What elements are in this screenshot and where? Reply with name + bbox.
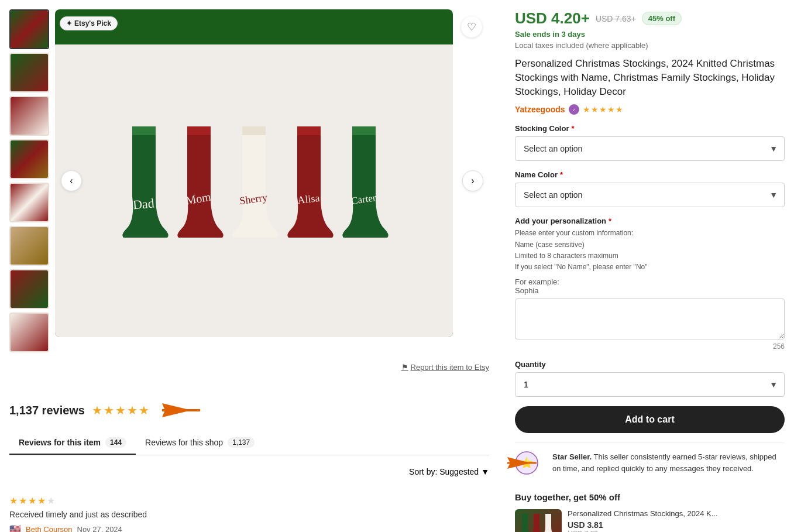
price-original: USD 7.63+ [596, 14, 636, 23]
bt-stocking-3 [543, 514, 554, 532]
review-text: Received timely and just as described [9, 510, 489, 519]
price-current: USD 4.20+ [515, 9, 590, 28]
shop-star-1: ★ [583, 105, 590, 114]
shop-star-5: ★ [616, 105, 623, 114]
reviews-section: 1,137 reviews ★ ★ ★ ★ ★ Reviews for this… [9, 399, 489, 532]
reviews-tabs: Reviews for this item 144 Reviews for th… [9, 431, 489, 455]
quantity-section: Quantity 1 2 3 ▼ [515, 360, 785, 397]
shop-star-2: ★ [591, 105, 599, 114]
buy-together-title: Buy together, get 50% off [515, 492, 785, 502]
etsy-pick-label: Etsy's Pick [74, 19, 111, 28]
required-indicator-color: * [571, 124, 574, 133]
name-color-select[interactable]: Select an option [515, 183, 785, 207]
bt-stocking-2 [531, 514, 542, 532]
thumbnail-2[interactable] [9, 53, 49, 92]
review-date: Nov 27, 2024 [77, 525, 122, 532]
tab-reviews-shop[interactable]: Reviews for this shop 1,137 [136, 431, 264, 455]
required-indicator-name: * [560, 170, 563, 179]
stocking-color-field: Stocking Color * Select an option ▼ [515, 124, 785, 161]
personalization-section: Add your personalization * Please enter … [515, 217, 785, 351]
svg-text:Dad: Dad [132, 195, 155, 212]
heart-icon: ♡ [467, 20, 476, 33]
quantity-select-wrapper: 1 2 3 ▼ [515, 372, 785, 397]
star-4: ★ [127, 403, 138, 417]
stocking-color-select[interactable]: Select an option [515, 136, 785, 161]
buy-together-info: Personalized Christmas Stockings, 2024 K… [568, 509, 785, 532]
thumbnail-5[interactable] [9, 183, 49, 222]
report-link[interactable]: ⚑ Report this item to Etsy [401, 363, 489, 372]
name-color-label: Name Color * [515, 170, 785, 179]
reviewer-row: 🇺🇸 Beth Courson Nov 27, 2024 [9, 524, 489, 532]
shop-name[interactable]: Yatzeegoods [515, 105, 565, 114]
discount-badge: 45% off [642, 12, 682, 25]
tax-text: Local taxes included (where applicable) [515, 41, 785, 50]
stocking-color-select-wrapper: Select an option ▼ [515, 136, 785, 161]
buy-together-row: This listing 2 1 [515, 509, 785, 532]
shop-badge: ✓ [569, 104, 579, 115]
example-label: For example: Sophia [515, 277, 785, 295]
tab-shop-label: Reviews for this shop [145, 438, 223, 447]
thumbnail-7[interactable] [9, 269, 49, 309]
review-star-3: ★ [28, 495, 36, 506]
sale-text: Sale ends in 3 days [515, 30, 785, 39]
quantity-select[interactable]: 1 2 3 [515, 372, 785, 397]
etsy-pick-badge: ✦ Etsy's Pick [60, 16, 118, 30]
reviews-count: 1,137 reviews [9, 404, 85, 417]
stocking-dark-green-2: Carter [338, 126, 390, 238]
next-image-button[interactable]: › [462, 170, 483, 191]
personalization-input[interactable] [515, 298, 785, 339]
star-5: ★ [139, 403, 149, 417]
reviews-count-row: 1,137 reviews ★ ★ ★ ★ ★ [9, 399, 489, 422]
tab-item-label: Reviews for this item [19, 438, 101, 447]
thumbnail-list [9, 9, 49, 352]
main-image-container: Dad Mom Sh [55, 9, 489, 352]
bt-stocking-1 [520, 514, 530, 532]
buy-together-image[interactable]: This listing 2 1 [515, 509, 562, 532]
reviewer-flag-icon: 🇺🇸 [9, 524, 21, 532]
right-panel: USD 4.20+ USD 7.63+ 45% off Sale ends in… [503, 9, 785, 532]
review-star-1: ★ [9, 495, 18, 506]
reviewer-name[interactable]: Beth Courson [26, 525, 73, 532]
thumbnail-6[interactable] [9, 226, 49, 266]
prev-image-button[interactable]: ‹ [61, 170, 82, 191]
shop-verified-icon: ✓ [571, 107, 577, 112]
star-3: ★ [115, 403, 126, 417]
tab-item-count: 144 [105, 437, 126, 448]
star-2: ★ [104, 403, 114, 417]
sort-row: Sort by: Suggested ▼ [9, 467, 489, 476]
stockings-display: Dad Mom Sh [118, 109, 390, 238]
shop-row: Yatzeegoods ✓ ★ ★ ★ ★ ★ [515, 104, 785, 115]
sort-dropdown-icon: ▼ [481, 467, 489, 476]
personalization-label: Add your personalization * [515, 217, 785, 225]
thumbnail-1[interactable] [9, 9, 49, 49]
review-star-2: ★ [19, 495, 27, 506]
quantity-label: Quantity [515, 360, 785, 369]
product-title: Personalized Christmas Stockings, 2024 K… [515, 57, 785, 98]
shop-stars: ★ ★ ★ ★ ★ [583, 105, 623, 114]
stocking-dark-red: Mom [173, 126, 225, 238]
star-1: ★ [92, 403, 102, 417]
sort-button[interactable]: Sort by: Suggested ▼ [409, 467, 489, 476]
tab-reviews-item[interactable]: Reviews for this item 144 [9, 431, 136, 455]
buy-together-section: Buy together, get 50% off This listing [515, 492, 785, 532]
stocking-color-label: Stocking Color * [515, 124, 785, 133]
report-row: ⚑ Report this item to Etsy [9, 358, 489, 376]
name-color-field: Name Color * Select an option ▼ [515, 170, 785, 207]
prev-icon: ‹ [70, 176, 73, 186]
review-star-5: ★ [47, 495, 55, 506]
wishlist-button[interactable]: ♡ [461, 16, 482, 37]
thumbnail-4[interactable] [9, 139, 49, 179]
svg-text:✓: ✓ [572, 108, 576, 112]
thumbnail-8[interactable] [9, 313, 49, 352]
personalization-hint: Please enter your custom information: Na… [515, 228, 785, 273]
thumbnail-3[interactable] [9, 96, 49, 136]
buy-together-orig-price: USD 7.63 [568, 530, 785, 532]
name-color-select-wrapper: Select an option ▼ [515, 183, 785, 207]
add-to-cart-button[interactable]: Add to cart [515, 406, 785, 433]
star-seller-box: ⭐ Star Seller. This seller consistently … [515, 442, 785, 483]
flag-icon: ⚑ [401, 363, 408, 372]
required-indicator-personalization: * [609, 217, 611, 225]
sort-label: Sort by: Suggested [409, 467, 479, 476]
shop-star-3: ★ [599, 105, 607, 114]
buy-together-product-name: Personalized Christmas Stockings, 2024 K… [568, 509, 785, 518]
